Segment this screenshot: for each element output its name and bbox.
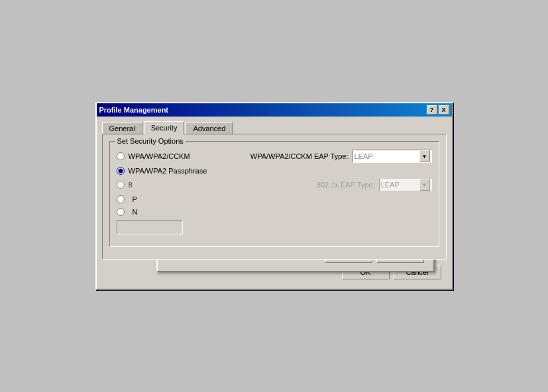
label-8021x: 8 <box>129 181 133 189</box>
option-wpa-cckm-row: WPA/WPA2/CCKM WPA/WPA2/CCKM EAP Type: LE… <box>117 150 432 163</box>
security-options-group: Set Security Options WPA/WPA2/CCKM WPA/W… <box>109 141 439 247</box>
group-box-label: Set Security Options <box>115 137 186 145</box>
wpa-cckm-eap-dropdown[interactable]: LEAP ▼ <box>353 150 432 163</box>
option-wpa-passphrase-row: WPA/WPA2 Passphrase <box>117 167 432 175</box>
8021x-dropdown-arrow[interactable]: ▼ <box>419 179 430 191</box>
option-pre-shared-row: P <box>117 195 432 204</box>
tab-advanced[interactable]: Advanced <box>186 122 233 135</box>
wpa-cckm-dropdown-arrow[interactable]: ▼ <box>419 150 430 162</box>
pre-shared-label: P <box>133 195 137 203</box>
wpa-cckm-eap-part: WPA/WPA2/CCKM EAP Type: LEAP ▼ <box>250 150 432 163</box>
main-dialog-title: Profile Management <box>99 106 169 114</box>
tab-security[interactable]: Security <box>144 121 185 134</box>
tab-bar: General Security Advanced <box>102 121 447 134</box>
none-label: N <box>133 208 138 216</box>
security-tab-panel: Set Security Options WPA/WPA2/CCKM WPA/W… <box>102 134 447 260</box>
wpa-cckm-label: WPA/WPA2/CCKM <box>129 152 190 160</box>
wpa-passphrase-label: WPA/WPA2 Passphrase <box>129 167 207 175</box>
define-key-button[interactable] <box>117 220 183 234</box>
radio-none[interactable] <box>117 208 125 216</box>
define-key-area <box>117 220 432 240</box>
main-title-buttons: ? X <box>427 105 449 115</box>
radio-wpa-cckm[interactable] <box>117 152 125 160</box>
main-dialog: Profile Management ? X General Security … <box>95 102 453 290</box>
radio-8021x[interactable] <box>117 181 125 189</box>
radio-pre-shared[interactable] <box>117 195 125 203</box>
main-help-button[interactable]: ? <box>427 105 437 115</box>
main-title-bar: Profile Management ? X <box>97 103 452 117</box>
radio-wpa-passphrase[interactable] <box>117 167 125 175</box>
main-close-button[interactable]: X <box>439 105 449 115</box>
option-8021x-row: 8 802.1x EAP Type: LEAP ▼ <box>117 179 432 191</box>
tab-general[interactable]: General <box>102 122 142 135</box>
8021x-eap-dropdown[interactable]: LEAP ▼ <box>379 179 432 191</box>
wpa-cckm-radio-part: WPA/WPA2/CCKM <box>117 152 190 160</box>
wpa-cckm-eap-label: WPA/WPA2/CCKM EAP Type: <box>250 152 349 160</box>
option-none-row: N <box>117 208 432 216</box>
